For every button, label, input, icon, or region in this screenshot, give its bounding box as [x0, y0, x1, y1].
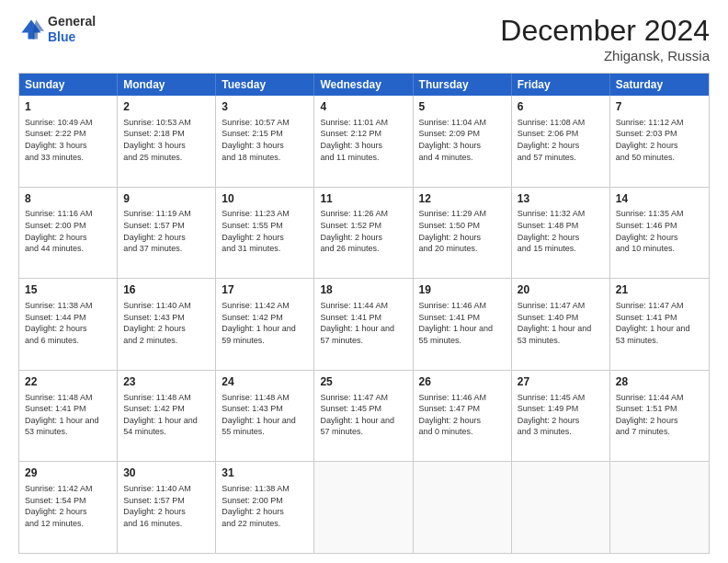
day-number: 6	[518, 99, 604, 115]
calendar-header: SundayMondayTuesdayWednesdayThursdayFrid…	[19, 74, 709, 96]
calendar-cell-empty	[414, 462, 512, 553]
calendar-row-4: 22Sunrise: 11:48 AMSunset: 1:41 PMDaylig…	[19, 370, 709, 462]
day-info: Sunrise: 11:45 AMSunset: 1:49 PMDaylight…	[518, 392, 604, 438]
month-title: December 2024	[500, 14, 710, 48]
calendar-cell-19: 19Sunrise: 11:46 AMSunset: 1:41 PMDaylig…	[414, 279, 512, 370]
calendar-cell-8: 8Sunrise: 11:16 AMSunset: 2:00 PMDayligh…	[19, 188, 118, 279]
day-number: 9	[123, 191, 210, 207]
calendar-cell-25: 25Sunrise: 11:47 AMSunset: 1:45 PMDaylig…	[314, 371, 413, 462]
calendar-cell-empty	[314, 462, 413, 553]
day-info: Sunrise: 11:01 AMSunset: 2:12 PMDaylight…	[320, 117, 406, 163]
calendar-cell-11: 11Sunrise: 11:26 AMSunset: 1:52 PMDaylig…	[314, 188, 413, 279]
day-info: Sunrise: 11:47 AMSunset: 1:45 PMDaylight…	[320, 392, 406, 438]
calendar-cell-6: 6Sunrise: 11:08 AMSunset: 2:06 PMDayligh…	[512, 96, 610, 187]
calendar-cell-17: 17Sunrise: 11:42 AMSunset: 1:42 PMDaylig…	[216, 279, 314, 370]
day-info: Sunrise: 11:48 AMSunset: 1:43 PMDaylight…	[222, 392, 308, 438]
day-number: 29	[25, 465, 111, 481]
day-number: 7	[616, 99, 703, 115]
day-number: 27	[518, 374, 604, 390]
day-number: 31	[222, 465, 308, 481]
calendar-cell-13: 13Sunrise: 11:32 AMSunset: 1:48 PMDaylig…	[512, 188, 610, 279]
calendar: SundayMondayTuesdayWednesdayThursdayFrid…	[18, 73, 710, 554]
day-info: Sunrise: 11:42 AMSunset: 1:42 PMDaylight…	[222, 300, 308, 346]
day-info: Sunrise: 11:48 AMSunset: 1:42 PMDaylight…	[123, 392, 210, 438]
title-block: December 2024 Zhigansk, Russia	[500, 14, 710, 63]
header-day-thursday: Thursday	[414, 74, 512, 96]
page: General Blue December 2024 Zhigansk, Rus…	[0, 0, 728, 563]
day-info: Sunrise: 11:32 AMSunset: 1:48 PMDaylight…	[518, 208, 604, 254]
day-number: 25	[320, 374, 406, 390]
day-number: 4	[320, 99, 406, 115]
calendar-cell-4: 4Sunrise: 11:01 AMSunset: 2:12 PMDayligh…	[314, 96, 413, 187]
day-info: Sunrise: 11:47 AMSunset: 1:40 PMDaylight…	[518, 300, 604, 346]
calendar-cell-28: 28Sunrise: 11:44 AMSunset: 1:51 PMDaylig…	[610, 371, 709, 462]
calendar-cell-31: 31Sunrise: 11:38 AMSunset: 2:00 PMDaylig…	[216, 462, 314, 553]
calendar-cell-18: 18Sunrise: 11:44 AMSunset: 1:41 PMDaylig…	[314, 279, 413, 370]
calendar-cell-27: 27Sunrise: 11:45 AMSunset: 1:49 PMDaylig…	[512, 371, 610, 462]
day-info: Sunrise: 11:04 AMSunset: 2:09 PMDaylight…	[419, 117, 506, 163]
day-info: Sunrise: 11:44 AMSunset: 1:41 PMDaylight…	[320, 300, 406, 346]
calendar-cell-12: 12Sunrise: 11:29 AMSunset: 1:50 PMDaylig…	[414, 188, 512, 279]
location-subtitle: Zhigansk, Russia	[500, 48, 710, 63]
calendar-cell-23: 23Sunrise: 11:48 AMSunset: 1:42 PMDaylig…	[118, 371, 216, 462]
day-info: Sunrise: 11:46 AMSunset: 1:41 PMDaylight…	[419, 300, 506, 346]
day-info: Sunrise: 11:40 AMSunset: 1:57 PMDaylight…	[123, 483, 210, 529]
calendar-cell-24: 24Sunrise: 11:48 AMSunset: 1:43 PMDaylig…	[216, 371, 314, 462]
calendar-row-2: 8Sunrise: 11:16 AMSunset: 2:00 PMDayligh…	[19, 187, 709, 279]
day-number: 11	[320, 191, 406, 207]
calendar-body: 1Sunrise: 10:49 AMSunset: 2:22 PMDayligh…	[19, 96, 709, 553]
calendar-row-5: 29Sunrise: 11:42 AMSunset: 1:54 PMDaylig…	[19, 461, 709, 553]
header: General Blue December 2024 Zhigansk, Rus…	[18, 14, 710, 63]
logo-blue-text: Blue	[48, 29, 96, 45]
calendar-cell-empty	[610, 462, 709, 553]
header-day-friday: Friday	[512, 74, 610, 96]
calendar-cell-22: 22Sunrise: 11:48 AMSunset: 1:41 PMDaylig…	[19, 371, 118, 462]
day-info: Sunrise: 11:23 AMSunset: 1:55 PMDaylight…	[222, 208, 308, 254]
calendar-cell-20: 20Sunrise: 11:47 AMSunset: 1:40 PMDaylig…	[512, 279, 610, 370]
day-info: Sunrise: 11:12 AMSunset: 2:03 PMDaylight…	[616, 117, 703, 163]
day-info: Sunrise: 11:26 AMSunset: 1:52 PMDaylight…	[320, 208, 406, 254]
calendar-cell-7: 7Sunrise: 11:12 AMSunset: 2:03 PMDayligh…	[610, 96, 709, 187]
day-number: 23	[123, 374, 210, 390]
calendar-row-3: 15Sunrise: 11:38 AMSunset: 1:44 PMDaylig…	[19, 278, 709, 370]
day-info: Sunrise: 10:49 AMSunset: 2:22 PMDaylight…	[25, 117, 111, 163]
day-number: 8	[25, 191, 111, 207]
day-number: 12	[419, 191, 506, 207]
day-number: 5	[419, 99, 506, 115]
day-number: 16	[123, 282, 210, 298]
header-day-sunday: Sunday	[19, 74, 118, 96]
calendar-cell-empty	[512, 462, 610, 553]
day-info: Sunrise: 11:38 AMSunset: 2:00 PMDaylight…	[222, 483, 308, 529]
day-number: 30	[123, 465, 210, 481]
day-number: 26	[419, 374, 506, 390]
svg-marker-1	[33, 19, 44, 39]
calendar-cell-16: 16Sunrise: 11:40 AMSunset: 1:43 PMDaylig…	[118, 279, 216, 370]
day-number: 21	[616, 282, 703, 298]
calendar-cell-15: 15Sunrise: 11:38 AMSunset: 1:44 PMDaylig…	[19, 279, 118, 370]
calendar-cell-21: 21Sunrise: 11:47 AMSunset: 1:41 PMDaylig…	[610, 279, 709, 370]
day-number: 14	[616, 191, 703, 207]
day-number: 22	[25, 374, 111, 390]
calendar-cell-29: 29Sunrise: 11:42 AMSunset: 1:54 PMDaylig…	[19, 462, 118, 553]
day-number: 24	[222, 374, 308, 390]
day-info: Sunrise: 11:40 AMSunset: 1:43 PMDaylight…	[123, 300, 210, 346]
logo-icon	[18, 17, 44, 42]
day-info: Sunrise: 11:08 AMSunset: 2:06 PMDaylight…	[518, 117, 604, 163]
logo: General Blue	[18, 14, 96, 45]
day-number: 1	[25, 99, 111, 115]
day-info: Sunrise: 11:16 AMSunset: 2:00 PMDaylight…	[25, 208, 111, 254]
header-day-monday: Monday	[118, 74, 216, 96]
day-number: 15	[25, 282, 111, 298]
day-number: 18	[320, 282, 406, 298]
day-number: 19	[419, 282, 506, 298]
header-day-saturday: Saturday	[610, 74, 709, 96]
calendar-cell-14: 14Sunrise: 11:35 AMSunset: 1:46 PMDaylig…	[610, 188, 709, 279]
calendar-cell-1: 1Sunrise: 10:49 AMSunset: 2:22 PMDayligh…	[19, 96, 118, 187]
day-info: Sunrise: 11:19 AMSunset: 1:57 PMDaylight…	[123, 208, 210, 254]
header-day-wednesday: Wednesday	[314, 74, 413, 96]
day-info: Sunrise: 11:44 AMSunset: 1:51 PMDaylight…	[616, 392, 703, 438]
day-number: 28	[616, 374, 703, 390]
calendar-row-1: 1Sunrise: 10:49 AMSunset: 2:22 PMDayligh…	[19, 96, 709, 187]
day-number: 2	[123, 99, 210, 115]
day-info: Sunrise: 11:35 AMSunset: 1:46 PMDaylight…	[616, 208, 703, 254]
